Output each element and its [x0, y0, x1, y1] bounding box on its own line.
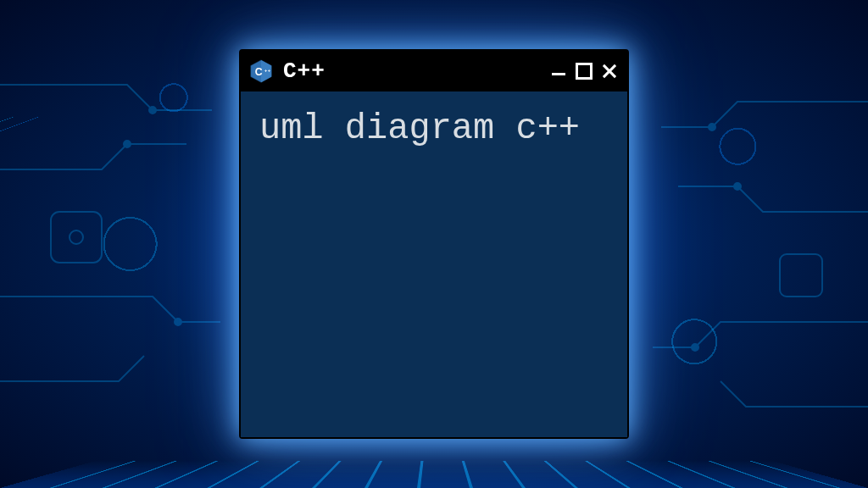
- svg-point-1: [124, 141, 131, 147]
- svg-point-4: [734, 183, 741, 190]
- titlebar[interactable]: C + + C++: [241, 51, 627, 92]
- svg-text:C: C: [255, 66, 263, 78]
- svg-rect-6: [51, 212, 102, 263]
- window-controls: [549, 62, 619, 80]
- maximize-button[interactable]: [575, 62, 593, 80]
- minimize-button[interactable]: [549, 62, 568, 80]
- close-button[interactable]: [600, 62, 619, 80]
- svg-point-7: [70, 230, 83, 244]
- terminal-window: C + + C++ uml diagram c++: [239, 49, 629, 439]
- window-body[interactable]: uml diagram c++: [241, 92, 627, 437]
- window-title: C++: [283, 58, 541, 84]
- cpp-logo-icon: C + +: [248, 58, 275, 85]
- svg-point-0: [149, 107, 156, 114]
- svg-point-5: [692, 344, 698, 351]
- svg-rect-8: [780, 254, 822, 297]
- svg-point-3: [709, 124, 715, 130]
- floor-grid: [0, 461, 868, 488]
- svg-point-2: [175, 319, 181, 325]
- body-text: uml diagram c++: [259, 107, 609, 152]
